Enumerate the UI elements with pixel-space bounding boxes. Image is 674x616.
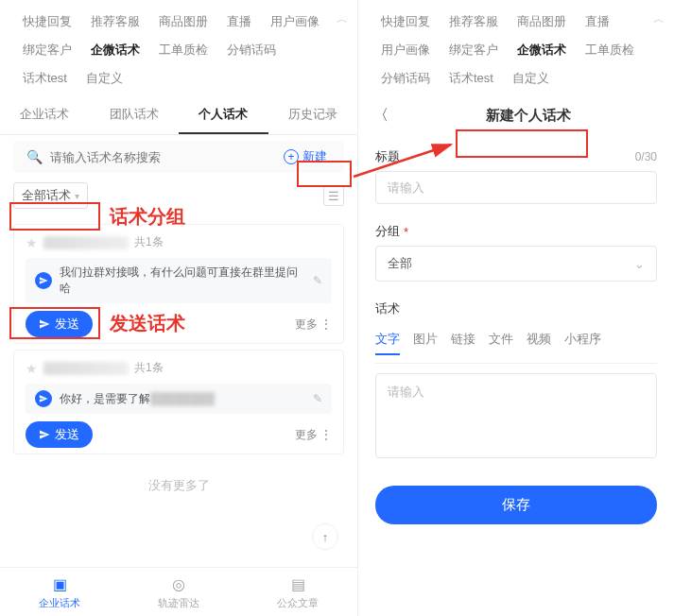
save-button[interactable]: 保存 [375,486,657,524]
sub-tab[interactable]: 企业话术 [0,96,90,134]
more-link[interactable]: 更多 ⋮ [295,427,332,443]
search-input[interactable] [50,150,276,164]
content-textarea[interactable] [375,373,657,458]
group-label: 分组 [375,223,400,240]
form-header: 〈 新建个人话术 [358,93,674,139]
message-text: 我们拉群对接哦，有什么问题可直接在群里提问哈 [60,265,305,297]
bottom-label: 轨迹雷达 [158,597,199,608]
nav-tab[interactable]: 工单质检 [149,36,217,64]
chevron-up-icon[interactable]: ︿ [653,11,665,27]
content-tab[interactable]: 图片 [413,331,438,355]
group-value: 全部 [388,255,412,272]
nav-tab[interactable]: 快捷回复 [13,8,81,36]
radar-icon: ◎ [119,575,238,593]
back-icon[interactable]: 〈 [373,106,389,126]
nav-tab[interactable]: 话术test [13,64,77,93]
filter-all-chip[interactable]: 全部话术 ▾ [13,182,88,209]
char-counter: 0/30 [635,150,657,163]
content-tab[interactable]: 文字 [375,331,400,355]
nav-tab[interactable]: 商品图册 [149,8,217,36]
send-icon [35,390,52,407]
filter-label: 全部话术 [22,187,71,204]
content-tab[interactable]: 视频 [527,331,551,355]
sub-tabs: 企业话术 团队话术 个人话术 历史记录 [0,93,357,135]
card-title-blurred [43,236,129,249]
message-text: 你好，是需要了解████████ [60,391,305,407]
nav-tab[interactable]: 推荐客服 [440,8,508,36]
new-button[interactable]: + 新建 [284,148,333,165]
content-tabs: 文字 图片 链接 文件 视频 小程序 [375,323,657,364]
search-row: 🔍 + 新建 [13,141,344,173]
content-label: 话术 [375,300,400,317]
new-label: 新建 [302,148,327,165]
nav-tab[interactable]: 快捷回复 [372,8,440,36]
top-nav: 快捷回复 推荐客服 商品图册 直播 用户画像 绑定客户 企微话术 工单质检 分销… [0,0,357,93]
nav-tab[interactable]: 绑定客户 [13,36,81,64]
content-tab[interactable]: 链接 [451,331,475,355]
send-icon [39,429,50,440]
more-link[interactable]: 更多 ⋮ [295,317,332,333]
send-label: 发送 [55,426,79,443]
no-more-text: 没有更多了 [0,460,357,511]
nav-tab[interactable]: 用户画像 [261,8,329,36]
required-icon: * [404,225,408,239]
nav-tab[interactable]: 推荐客服 [81,8,149,36]
plus-icon: + [284,149,299,164]
nav-tab[interactable]: 话术test [440,64,503,93]
bottom-nav: ▣ 企业话术 ◎ 轨迹雷达 ▤ 公众文章 [0,567,357,616]
group-select[interactable]: 全部 ⌄ [375,246,657,282]
edit-icon[interactable]: ✎ [313,274,322,287]
search-icon: 🔍 [26,149,43,164]
chevron-up-icon[interactable]: ︿ [337,11,348,27]
nav-tab[interactable]: 分销话码 [217,36,285,64]
content-tab[interactable]: 小程序 [564,331,601,355]
list-view-icon[interactable]: ☰ [323,185,344,206]
sub-tab[interactable]: 团队话术 [90,96,180,134]
title-input[interactable] [375,171,657,204]
message-row: 我们拉群对接哦，有什么问题可直接在群里提问哈 ✎ [26,258,332,303]
chevron-down-icon: ⌄ [634,257,645,271]
bottom-nav-item[interactable]: ▣ 企业话术 [0,568,119,616]
nav-tab[interactable]: 商品图册 [508,8,576,36]
chevron-down-icon: ▾ [75,191,79,201]
nav-tab[interactable]: 工单质检 [576,36,644,64]
edit-icon[interactable]: ✎ [313,392,322,405]
script-card: ★ 共1条 你好，是需要了解████████ ✎ 发送 更多 ⋮ [13,350,344,454]
bottom-label: 公众文章 [277,597,319,608]
nav-tab[interactable]: 直播 [217,8,261,36]
nav-tab-active[interactable]: 企微话术 [81,36,149,64]
title-label: 标题 [375,148,400,165]
sub-tab[interactable]: 历史记录 [268,96,358,134]
form-title: 新建个人话术 [486,107,571,125]
send-button[interactable]: 发送 [26,421,93,448]
send-label: 发送 [55,316,79,333]
nav-tab[interactable]: 直播 [576,8,619,36]
nav-tab[interactable]: 分销话码 [372,64,440,93]
send-button[interactable]: 发送 [26,311,93,337]
nav-tab[interactable]: 自定义 [503,64,559,93]
script-card: ★ 共1条 我们拉群对接哦，有什么问题可直接在群里提问哈 ✎ 发送 更多 ⋮ [13,224,344,344]
bottom-nav-item[interactable]: ◎ 轨迹雷达 [119,568,238,616]
message-row: 你好，是需要了解████████ ✎ [26,384,332,414]
nav-tab-active[interactable]: 企微话术 [508,36,576,64]
bottom-label: 企业话术 [39,597,80,608]
sub-tab-active[interactable]: 个人话术 [179,96,268,134]
card-count: 共1条 [134,234,164,250]
send-icon [35,272,52,289]
nav-tab[interactable]: 用户画像 [372,36,440,64]
nav-tab[interactable]: 自定义 [77,64,132,93]
hash-icon: ▣ [0,575,119,593]
nav-tab[interactable]: 绑定客户 [440,36,508,64]
bottom-nav-item[interactable]: ▤ 公众文章 [238,568,357,616]
star-icon[interactable]: ★ [26,361,38,376]
card-count: 共1条 [134,360,164,376]
star-icon[interactable]: ★ [26,235,38,250]
article-icon: ▤ [238,575,357,593]
filter-row: 全部话术 ▾ ☰ [0,173,357,218]
card-title-blurred [43,362,129,375]
top-nav-right: 快捷回复 推荐客服 商品图册 直播 用户画像 绑定客户 企微话术 工单质检 分销… [358,0,674,93]
content-tab[interactable]: 文件 [489,331,513,355]
send-icon [39,318,50,330]
back-to-top-button[interactable]: ↑ [312,523,338,550]
